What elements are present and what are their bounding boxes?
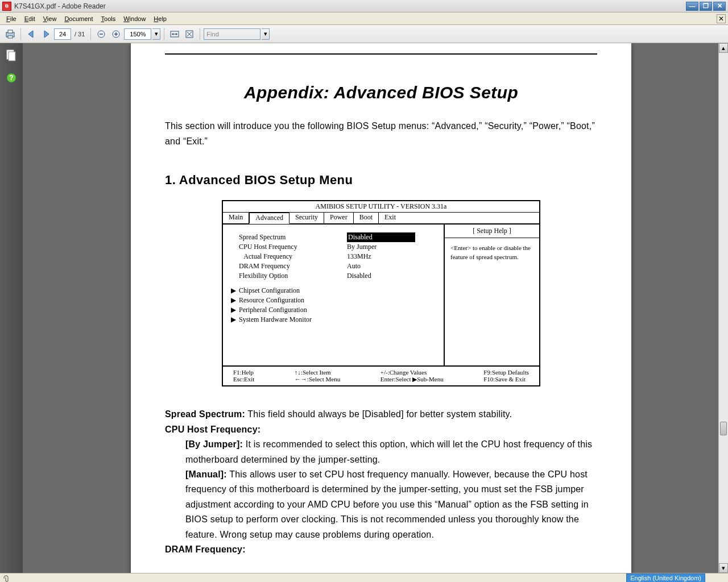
- minus-icon: [97, 30, 106, 39]
- scroll-up-button[interactable]: ▴: [719, 43, 728, 53]
- bios-tabs: Main Advanced Security Power Boot Exit: [223, 213, 539, 225]
- bios-row-label: CPU Host Frequency: [239, 242, 347, 252]
- zoom-dropdown-button[interactable]: ▾: [152, 28, 160, 40]
- bios-row-value: Disabled: [347, 232, 415, 242]
- option-text: It is recommended to select this option,…: [185, 439, 592, 464]
- page-total-label: / 31: [72, 31, 87, 38]
- bios-footer-item: +/-:Change Values: [380, 369, 444, 376]
- menu-window[interactable]: Window: [119, 14, 150, 23]
- zoom-in-button[interactable]: [109, 27, 123, 41]
- svg-marker-12: [172, 33, 173, 35]
- bios-submenu: Resource Configuration: [239, 296, 304, 305]
- bios-row-label: Spread Spectrum: [239, 232, 347, 242]
- bios-help-body: <Enter> to enable or disable the feature…: [445, 238, 539, 267]
- bios-tab-boot: Boot: [354, 213, 379, 223]
- find-dropdown-button[interactable]: ▾: [262, 28, 270, 40]
- print-button[interactable]: [3, 27, 17, 41]
- bios-tab-security: Security: [289, 213, 324, 223]
- bios-help-title: [ Setup Help ]: [445, 225, 539, 238]
- status-bar: English (United Kingdom): [0, 573, 728, 582]
- document-view[interactable]: Appendix: Advanced BIOS Setup This secti…: [23, 43, 728, 573]
- doc-close-button[interactable]: ✕: [717, 14, 726, 23]
- menu-tools[interactable]: Tools: [97, 14, 120, 23]
- close-button[interactable]: ✕: [713, 2, 726, 11]
- doc-heading: Appendix: Advanced BIOS Setup: [165, 83, 597, 102]
- bios-screenshot: AMIBIOS SETUP UTILITY - VERSION 3.31a Ma…: [222, 200, 540, 386]
- work-area: ? Appendix: Advanced BIOS Setup This sec…: [0, 43, 728, 573]
- fit-page-button[interactable]: [183, 27, 196, 41]
- menu-edit[interactable]: Edit: [20, 14, 39, 23]
- scroll-down-button[interactable]: ▾: [719, 563, 728, 573]
- find-placeholder: Find: [206, 31, 218, 38]
- navigation-panel: ?: [0, 43, 23, 573]
- pages-icon: [6, 49, 17, 61]
- svg-text:?: ?: [9, 74, 13, 82]
- find-input[interactable]: Find: [204, 28, 260, 40]
- scroll-thumb[interactable]: [720, 422, 727, 435]
- bios-footer-item: Esc:Exit: [233, 376, 254, 383]
- svg-rect-18: [9, 52, 15, 61]
- bios-footer-item: ←→:Select Menu: [295, 376, 340, 383]
- option-label: [Manual]:: [185, 469, 227, 479]
- pdf-page: Appendix: Advanced BIOS Setup This secti…: [131, 43, 631, 573]
- bios-footer-item: Enter:Select ▶Sub-Menu: [380, 376, 444, 383]
- doc-intro: This section will introduce you the foll…: [165, 118, 597, 149]
- field-label: CPU Host Frequency:: [165, 425, 260, 434]
- fit-width-icon: [169, 29, 180, 39]
- help-icon: ?: [6, 73, 16, 83]
- menu-view[interactable]: View: [39, 14, 61, 23]
- field-text: This field should always be [Disabled] f…: [245, 409, 512, 419]
- bios-row-label: Actual Frequency: [239, 252, 347, 261]
- bios-tab-power: Power: [324, 213, 354, 223]
- menu-help[interactable]: Help: [150, 14, 171, 23]
- svg-marker-13: [176, 33, 177, 35]
- bios-row-label: DRAM Frequency: [239, 261, 347, 271]
- minimize-button[interactable]: —: [686, 2, 698, 11]
- bios-row-value: Auto: [347, 261, 361, 271]
- bios-tab-advanced: Advanced: [249, 213, 289, 224]
- option-label: [By Jumper]:: [185, 439, 243, 449]
- bios-tab-main: Main: [223, 213, 249, 223]
- zoom-input[interactable]: [124, 28, 151, 40]
- bios-footer-item: F9:Setup Defaults: [483, 369, 529, 376]
- bios-row-value: Disabled: [347, 271, 371, 281]
- prev-page-button[interactable]: [24, 27, 38, 41]
- svg-marker-4: [44, 31, 49, 38]
- field-label: DRAM Frequency:: [165, 544, 246, 554]
- bios-footer-item: ↑↓:Select Item: [295, 369, 340, 376]
- menu-file[interactable]: File: [2, 14, 20, 23]
- bios-row-value: By Jumper: [347, 242, 377, 252]
- doc-section-heading: 1. Advanced BIOS Setup Menu: [165, 173, 597, 188]
- option-text: This allows user to set CPU host frequen…: [185, 469, 589, 539]
- toolbar: / 31 ▾ Find ▾: [0, 25, 728, 43]
- bios-settings: Spread SpectrumDisabled CPU Host Frequen…: [223, 225, 444, 365]
- bios-footer: F1:HelpEsc:Exit ↑↓:Select Item←→:Select …: [223, 367, 539, 385]
- vertical-scrollbar[interactable]: ▴ ▾: [718, 43, 728, 573]
- arrow-right-icon: [41, 29, 51, 39]
- bios-title: AMIBIOS SETUP UTILITY - VERSION 3.31a: [223, 201, 539, 213]
- language-indicator[interactable]: English (United Kingdom): [626, 573, 705, 583]
- help-panel-button[interactable]: ?: [5, 72, 18, 84]
- pdf-icon: ⧉: [2, 2, 11, 11]
- page-number-input[interactable]: [54, 28, 71, 40]
- zoom-out-button[interactable]: [94, 27, 108, 41]
- bios-help-panel: [ Setup Help ] <Enter> to enable or disa…: [444, 225, 539, 365]
- svg-marker-3: [28, 31, 33, 38]
- maximize-button[interactable]: ❐: [700, 2, 712, 11]
- svg-rect-2: [8, 36, 13, 38]
- next-page-button[interactable]: [39, 27, 53, 41]
- bios-row-value: 133MHz: [347, 252, 371, 261]
- field-label: Spread Spectrum:: [165, 409, 245, 419]
- fit-page-icon: [184, 29, 195, 39]
- menu-document[interactable]: Document: [60, 14, 97, 23]
- title-bar: ⧉ K7S41GX.pdf - Adobe Reader — ❐ ✕: [0, 0, 728, 13]
- bios-submenu: Chipset Configuration: [239, 286, 300, 296]
- bios-footer-item: F1:Help: [233, 369, 254, 376]
- pages-panel-button[interactable]: [5, 49, 18, 61]
- attachment-icon[interactable]: [0, 573, 11, 583]
- bios-submenu: Peripheral Configuration: [239, 305, 307, 315]
- doc-body: Spread Spectrum: This field should alway…: [165, 407, 597, 557]
- bios-submenu: System Hardware Monitor: [239, 315, 312, 325]
- menu-bar: File Edit View Document Tools Window Hel…: [0, 13, 728, 25]
- fit-width-button[interactable]: [168, 27, 181, 41]
